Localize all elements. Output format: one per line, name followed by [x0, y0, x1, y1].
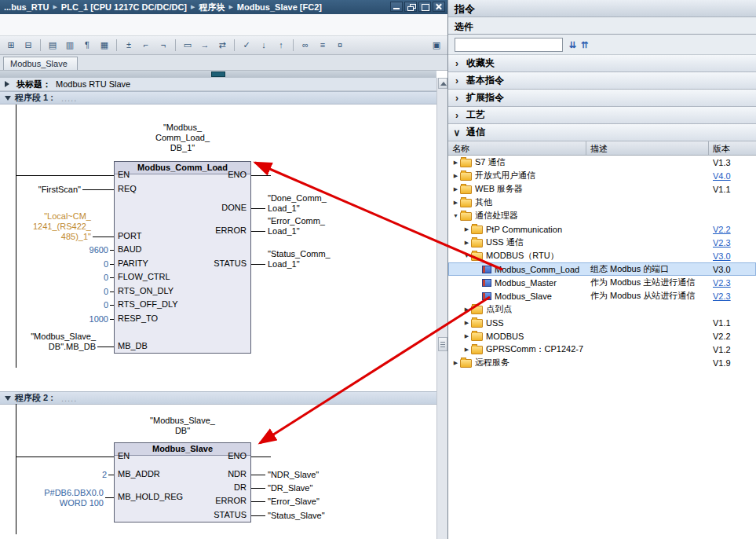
expand-arrow-icon[interactable]: ▶ — [451, 160, 460, 166]
network-1-comment[interactable]: ..... — [61, 94, 77, 103]
expand-arrow-icon[interactable]: ▶ — [451, 200, 460, 206]
section-5[interactable]: ∨通信 — [448, 124, 756, 141]
find-next-icon[interactable]: ⇊ — [569, 38, 576, 51]
compile-icon[interactable]: ✓ — [239, 38, 254, 53]
expand-arrow-icon[interactable]: ▶ — [451, 360, 460, 366]
operand-mb_hold_reg[interactable]: P#DB6.DBX0.0 WORD 100 — [0, 488, 104, 508]
column-desc[interactable]: 描述 — [586, 141, 709, 155]
tree-row[interactable]: ▶USS 通信V2.3 — [448, 236, 756, 249]
monitor-icon[interactable]: ∞ — [298, 38, 313, 53]
tree-row[interactable]: ▶WEB 服务器V1.1 — [448, 182, 756, 196]
expand-arrow-icon[interactable]: ▶ — [462, 306, 471, 313]
breadcrumb-item[interactable]: 程序块 — [199, 2, 225, 13]
operand-baud[interactable]: 9600 — [0, 245, 108, 255]
network-1-header[interactable]: 程序段 1 : ..... — [0, 91, 436, 104]
tree-row[interactable]: ▼MODBUS（RTU）V3.0 — [448, 249, 756, 262]
show-comments-icon[interactable]: ¶ — [79, 38, 95, 53]
absolute-symbolic-toggle-icon[interactable]: ± — [121, 38, 137, 53]
modbus-comm-load-instance-name[interactable]: "Modbus_ Comm_Load_ DB_1" — [104, 123, 261, 153]
operand-status[interactable]: "Status_Comm_ Load_1" — [268, 249, 331, 270]
section-4[interactable]: ›工艺 — [448, 107, 756, 124]
operand-req[interactable]: "FirstScan" — [0, 185, 81, 195]
ladder-view-icon[interactable]: ▤ — [45, 38, 60, 53]
chevron-down-icon[interactable]: ∨ — [453, 127, 461, 138]
operand-done[interactable]: "Done_Comm_ Load_1" — [268, 193, 327, 214]
operand-parity[interactable]: 0 — [0, 259, 108, 270]
insert-empty-box-icon[interactable]: ▭ — [180, 38, 195, 53]
tree-row[interactable]: ▶S7 通信V1.3 — [448, 156, 756, 169]
tree-row[interactable]: ▶开放式用户通信V4.0 — [448, 169, 756, 182]
vertical-scrollbar[interactable] — [436, 78, 447, 539]
chevron-right-icon[interactable]: › — [453, 110, 461, 121]
search-input[interactable] — [455, 38, 563, 52]
delete-network-icon[interactable]: ⊟ — [20, 38, 36, 53]
minimize-icon[interactable] — [390, 2, 403, 12]
scrollbar-grip[interactable] — [438, 337, 447, 351]
swap-operands-icon[interactable]: ⇄ — [214, 38, 230, 53]
operand-rts_off_dly[interactable]: 0 — [0, 300, 108, 310]
chevron-right-icon[interactable]: › — [453, 58, 461, 69]
column-version[interactable]: 版本 — [709, 141, 756, 155]
open-branch-icon[interactable]: ⌐ — [138, 38, 154, 53]
network-2-comment[interactable]: ..... — [61, 394, 77, 403]
operand-status[interactable]: "Status_Slave" — [268, 511, 325, 521]
operand-port[interactable]: "Local~CM_ 1241_(RS422_ 485)_1" — [0, 211, 91, 242]
version-link[interactable]: V2.3 — [713, 238, 731, 248]
expand-arrow-icon[interactable]: ▶ — [451, 186, 460, 192]
fbd-view-icon[interactable]: ▥ — [62, 38, 78, 53]
download-icon[interactable]: ↓ — [256, 38, 272, 53]
tree-row[interactable]: ▶点到点 — [448, 302, 756, 316]
collapse-arrow-icon[interactable] — [5, 96, 11, 104]
operand-rts_on_dly[interactable]: 0 — [0, 287, 108, 297]
version-link[interactable]: V4.0 — [713, 171, 731, 181]
operand-mb_db[interactable]: "Modbus_Slave_ DB".MB_DB — [0, 332, 96, 352]
tree-row[interactable]: ▶GPRSComm：CP1242-7V1.2 — [448, 343, 756, 356]
section-3[interactable]: ›扩展指令 — [448, 90, 756, 107]
interface-splitter[interactable] — [0, 71, 436, 78]
tree-row[interactable]: ▶远程服务V1.9 — [448, 356, 756, 369]
options-icon[interactable]: ¤ — [332, 38, 348, 53]
tree-row[interactable]: Modbus_Master作为 Modbus 主站进行通信V2.3 — [448, 276, 756, 289]
scroll-up-icon[interactable] — [438, 78, 447, 89]
upload-icon[interactable]: ↑ — [273, 38, 289, 53]
restore-icon[interactable] — [404, 2, 417, 12]
tree-row[interactable]: ▶其他 — [448, 196, 756, 209]
insert-network-icon[interactable]: ⊞ — [3, 38, 19, 53]
expand-arrow-icon[interactable]: ▶ — [462, 320, 471, 326]
detach-editor-icon[interactable]: ▣ — [429, 38, 444, 53]
favorites-icon[interactable]: ≡ — [315, 38, 331, 53]
network-2-header[interactable]: 程序段 2 : ..... — [0, 391, 436, 405]
close-icon[interactable] — [433, 2, 445, 12]
operand-ndr[interactable]: "NDR_Slave" — [268, 470, 319, 480]
splitter-grip-icon[interactable] — [211, 72, 225, 77]
version-link[interactable]: V3.0 — [713, 251, 731, 261]
expand-arrow-icon[interactable]: ▼ — [462, 253, 471, 258]
version-link[interactable]: V2.3 — [713, 292, 731, 301]
version-link[interactable]: V2.3 — [713, 278, 731, 288]
tree-row[interactable]: Modbus_Comm_Load组态 Modbus 的端口V3.0 — [448, 262, 756, 276]
tree-row[interactable]: ▶PtP CommunicationV2.2 — [448, 222, 756, 236]
expand-arrow-icon[interactable] — [5, 81, 13, 87]
expand-arrow-icon[interactable]: ▶ — [462, 240, 471, 246]
expand-arrow-icon[interactable]: ▶ — [462, 333, 471, 339]
column-name[interactable]: 名称 — [448, 141, 586, 155]
tab-modbus-slave[interactable]: Modbus_Slave — [3, 57, 78, 70]
collapse-arrow-icon[interactable] — [5, 396, 11, 404]
operand-resp_to[interactable]: 1000 — [0, 314, 108, 324]
version-link[interactable]: V2.2 — [713, 225, 731, 234]
operand-error[interactable]: "Error_Comm_ Load_1" — [268, 216, 325, 236]
chevron-right-icon[interactable]: › — [453, 93, 461, 104]
window-split-icon[interactable]: ▦ — [97, 38, 112, 53]
operand-mb_addr[interactable]: 2 — [0, 470, 107, 480]
close-branch-icon[interactable]: ¬ — [155, 38, 171, 53]
expand-arrow-icon[interactable]: ▶ — [462, 226, 471, 233]
breadcrumb-item[interactable]: PLC_1 [CPU 1217C DC/DC/DC] — [61, 2, 187, 12]
block-title-value[interactable]: Modbus RTU Slave — [56, 79, 130, 89]
maximize-icon[interactable] — [418, 2, 431, 12]
modbus-slave-instance-name[interactable]: "Modbus_Slave_ DB" — [104, 416, 261, 436]
find-previous-icon[interactable]: ⇈ — [581, 38, 588, 51]
tree-row[interactable]: ▶MODBUSV2.2 — [448, 329, 756, 343]
section-1[interactable]: ›收藏夹 — [448, 55, 756, 72]
operand-dr[interactable]: "DR_Slave" — [268, 483, 312, 493]
section-2[interactable]: ›基本指令 — [448, 72, 756, 90]
